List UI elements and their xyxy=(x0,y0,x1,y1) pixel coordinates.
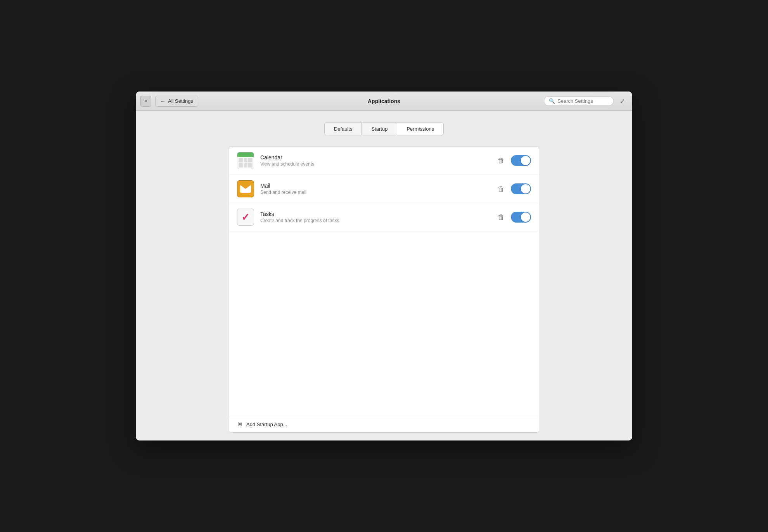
add-app-label: Add Startup App... xyxy=(246,421,287,427)
calendar-info: Calendar View and schedule events xyxy=(260,154,491,167)
tasks-toggle[interactable] xyxy=(511,212,531,223)
list-item: Calendar View and schedule events 🗑 xyxy=(229,147,539,175)
window-title: Applications xyxy=(368,98,400,104)
mail-toggle[interactable] xyxy=(511,183,531,194)
app-panel: Calendar View and schedule events 🗑 Mail xyxy=(229,146,539,433)
calendar-header xyxy=(237,152,254,157)
titlebar: × ← All Settings Applications 🔍 ⤢ xyxy=(136,92,632,111)
back-arrow-icon: ← xyxy=(160,98,166,104)
mail-actions: 🗑 xyxy=(498,183,531,194)
tasks-app-icon: ✓ xyxy=(237,209,254,226)
checkmark-icon: ✓ xyxy=(241,212,250,222)
back-label: All Settings xyxy=(168,98,193,104)
calendar-body xyxy=(237,157,254,169)
calendar-actions: 🗑 xyxy=(498,155,531,166)
app-list: Calendar View and schedule events 🗑 Mail xyxy=(229,147,539,416)
titlebar-right: 🔍 ⤢ xyxy=(544,96,628,107)
list-item: ✓ Tasks Create and track the progress of… xyxy=(229,203,539,231)
mail-description: Send and receive mail xyxy=(260,190,491,195)
add-app-footer[interactable]: 🖥 Add Startup App... xyxy=(229,416,539,432)
tab-defaults[interactable]: Defaults xyxy=(325,123,362,135)
titlebar-left: × ← All Settings xyxy=(140,96,198,107)
calendar-name: Calendar xyxy=(260,154,491,161)
mail-app-icon xyxy=(237,180,254,197)
tasks-name: Tasks xyxy=(260,211,491,217)
close-button[interactable]: × xyxy=(140,96,151,107)
expand-button[interactable]: ⤢ xyxy=(617,96,628,107)
close-icon: × xyxy=(144,98,147,104)
mail-delete-button[interactable]: 🗑 xyxy=(498,185,505,193)
tab-permissions[interactable]: Permissions xyxy=(397,123,443,135)
calendar-delete-button[interactable]: 🗑 xyxy=(498,157,505,165)
calendar-toggle[interactable] xyxy=(511,155,531,166)
search-input[interactable] xyxy=(557,98,604,104)
calendar-description: View and schedule events xyxy=(260,161,491,167)
search-box[interactable]: 🔍 xyxy=(544,96,614,106)
add-app-icon: 🖥 xyxy=(237,421,243,428)
tab-startup[interactable]: Startup xyxy=(362,123,397,135)
tasks-actions: 🗑 xyxy=(498,212,531,223)
mail-info: Mail Send and receive mail xyxy=(260,183,491,195)
tasks-delete-button[interactable]: 🗑 xyxy=(498,213,505,221)
expand-icon: ⤢ xyxy=(620,97,625,105)
tasks-description: Create and track the progress of tasks xyxy=(260,218,491,223)
tab-bar: Defaults Startup Permissions xyxy=(324,123,444,135)
tasks-info: Tasks Create and track the progress of t… xyxy=(260,211,491,223)
back-button[interactable]: ← All Settings xyxy=(155,96,198,107)
list-item: Mail Send and receive mail 🗑 xyxy=(229,175,539,203)
calendar-app-icon xyxy=(237,152,254,169)
content-area: Defaults Startup Permissions xyxy=(136,111,632,440)
mail-name: Mail xyxy=(260,183,491,189)
settings-window: × ← All Settings Applications 🔍 ⤢ Defaul… xyxy=(136,92,632,440)
envelope-icon xyxy=(240,185,251,193)
search-icon: 🔍 xyxy=(549,98,555,104)
